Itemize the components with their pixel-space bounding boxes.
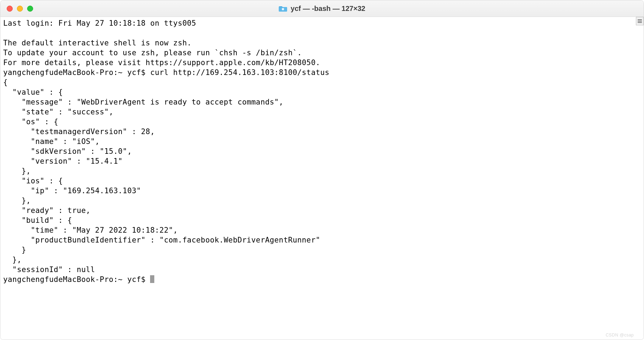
scrollbar[interactable]: [636, 17, 644, 340]
terminal-window: ycf — -bash — 127×32 Last login: Fri May…: [0, 0, 644, 340]
watermark: CSDN @csap: [606, 333, 634, 338]
titlebar: ycf — -bash — 127×32: [0, 0, 644, 17]
close-button[interactable]: [7, 6, 13, 12]
window-title: ycf — -bash — 127×32: [291, 5, 365, 13]
zoom-button[interactable]: [27, 6, 33, 12]
folder-icon: [279, 5, 287, 12]
terminal-body[interactable]: Last login: Fri May 27 10:18:18 on ttys0…: [0, 17, 644, 340]
svg-rect-0: [282, 8, 284, 10]
cursor: [150, 275, 154, 283]
window-title-group: ycf — -bash — 127×32: [279, 5, 365, 13]
minimize-button[interactable]: [17, 6, 23, 12]
traffic-lights: [7, 6, 33, 12]
scroll-options-button[interactable]: [636, 17, 644, 25]
terminal-output[interactable]: Last login: Fri May 27 10:18:18 on ttys0…: [0, 17, 644, 286]
scroll-track[interactable]: [636, 25, 644, 340]
hamburger-icon: [638, 19, 642, 23]
